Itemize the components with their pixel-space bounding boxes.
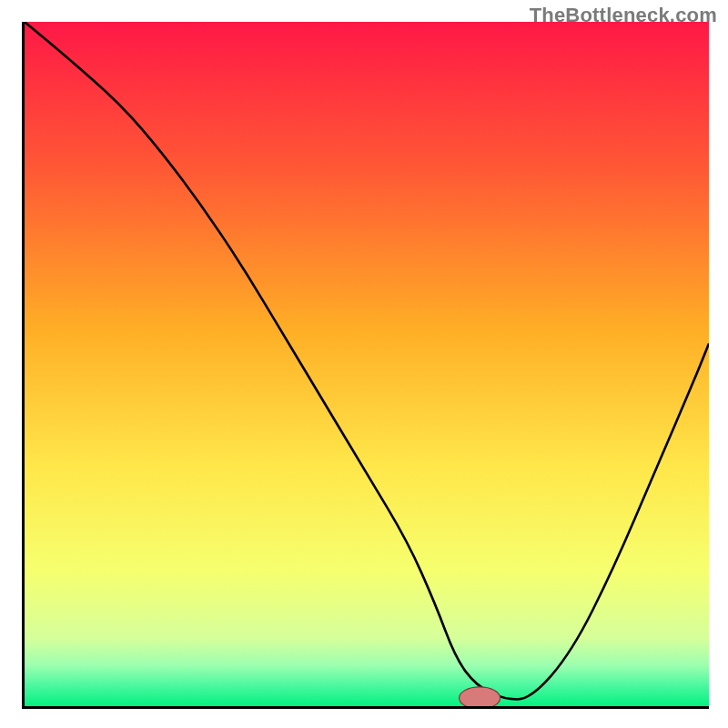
heatmap-background [25,22,709,706]
chart-plot-area [22,22,709,709]
bottleneck-chart [25,22,709,706]
optimal-marker [460,687,500,706]
